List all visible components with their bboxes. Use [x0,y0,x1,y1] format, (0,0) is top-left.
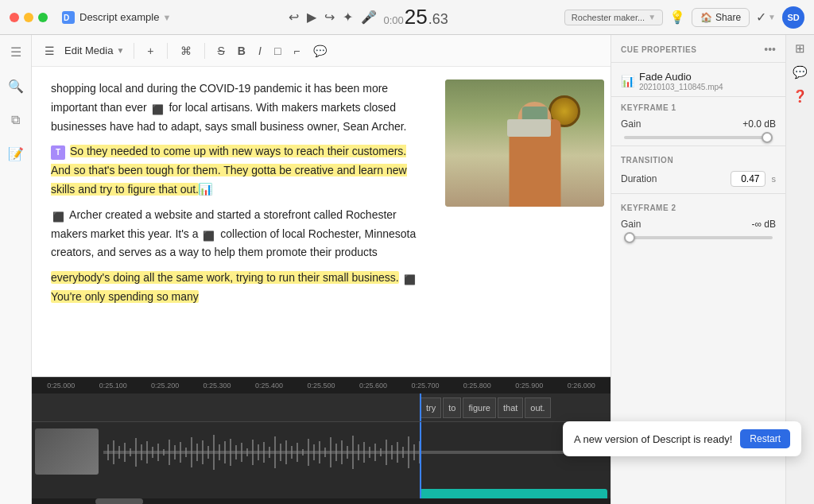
timeline-scrollbar[interactable] [32,498,610,504]
duration-unit: s [772,174,777,184]
script-icon[interactable]: 📝 [5,143,27,165]
menu-button[interactable]: ☰ [41,43,58,59]
svg-rect-21 [207,446,209,459]
search-icon[interactable]: 🔍 [5,76,27,97]
ruler-tick: 0:25.200 [139,382,191,390]
gain1-slider-thumb[interactable] [762,132,773,143]
fullscreen-button[interactable] [38,13,48,22]
tool-wand[interactable]: ⌘ [177,43,195,59]
cue-name: Fade Audio [639,71,776,83]
ruler-tick: 0:25.500 [295,382,347,390]
close-button[interactable] [10,13,19,22]
editor-area: ☰ Edit Media ▼ + ⌘ S B I □ ⌐ 💬 shopping … [32,35,610,504]
share-button[interactable]: 🏠 Share [692,8,750,27]
divider1 [611,145,785,146]
time-prefix: 0:00 [383,14,403,26]
svg-rect-24 [224,441,226,463]
italic-button[interactable]: I [255,43,265,59]
timeline-words: try to figure that out. [32,394,610,422]
effects-button[interactable]: ✦ [341,8,355,26]
gain2-label: Gain [621,219,731,230]
question-button[interactable]: ❓ [793,89,808,103]
left-sidebar: ☰ 🔍 ⧉ 📝 [0,35,32,504]
mic-button[interactable]: 🎤 [359,8,378,26]
paragraph-2: T So they needed to come up with new way… [51,142,426,199]
hamburger-icon[interactable]: ☰ [7,41,25,63]
ruler-tick: 0:25.000 [35,382,87,390]
svg-rect-47 [352,436,354,469]
svg-rect-45 [341,440,343,464]
keyframe2-label: KEYFRAME 2 [611,197,785,215]
svg-rect-44 [335,444,337,461]
svg-rect-16 [180,442,181,463]
add-button[interactable]: + [144,43,157,59]
svg-rect-36 [291,446,293,459]
ruler-tick: 0:26.000 [556,382,607,390]
link-button[interactable]: ⌐ [290,43,303,59]
panel-icons: ••• [764,43,776,56]
svg-rect-20 [202,440,204,464]
duration-input[interactable] [731,171,766,187]
comments-button[interactable]: 💬 [793,65,808,79]
ideas-button[interactable]: 💡 [669,10,685,25]
bold-button[interactable]: B [235,43,249,59]
undo-button[interactable]: ↩ [287,8,300,26]
ruler-tick: 0:25.900 [503,382,555,390]
check-button[interactable]: ✓ ▼ [756,10,776,25]
restart-button[interactable]: Restart [740,429,790,448]
svg-rect-8 [135,438,137,467]
word-chip-that: that [498,397,523,418]
svg-rect-15 [174,445,176,459]
edit-media-label: Edit Media [64,45,113,56]
toast-message: A new version of Descript is ready! [574,433,732,445]
word-chip-try: try [421,397,441,418]
box-button[interactable]: □ [271,43,284,59]
gain2-slider[interactable] [624,236,773,239]
cue-header: 📊 Fade Audio 20210103_110845.mp4 [611,63,785,97]
panel-header: CUE PROPERTIES ••• [611,35,785,63]
svg-rect-25 [230,439,231,466]
svg-rect-50 [369,447,370,458]
svg-rect-55 [397,442,398,463]
toast-notification: A new version of Descript is ready! Rest… [563,421,801,456]
svg-rect-41 [319,441,320,463]
svg-rect-54 [391,445,393,459]
layers-icon[interactable]: ⧉ [8,110,23,130]
play-button[interactable]: ▶ [305,8,318,26]
avatar: SD [782,6,804,29]
duration-row: Duration s [611,168,785,190]
timeline-ruler: 0:25.000 0:25.100 0:25.200 0:25.300 0:25… [32,378,610,394]
ruler-tick: 0:25.400 [243,382,295,390]
inline-icon-3: ⬛ [52,209,65,222]
gain2-slider-thumb[interactable] [624,232,635,243]
scrollbar-thumb[interactable] [95,498,143,504]
gain1-slider[interactable] [624,136,773,139]
svg-rect-3 [107,444,109,460]
svg-rect-28 [246,448,248,456]
paragraph-3: ⬛ Archer created a website and started a… [51,206,426,262]
panel-more-button[interactable]: ••• [764,43,776,56]
svg-rect-51 [374,444,376,461]
cursor-T-icon: T [51,145,65,160]
strikethrough-button[interactable]: S [215,43,228,59]
video-preview [445,79,604,207]
redo-button[interactable]: ↪ [323,8,336,26]
minimize-button[interactable] [24,13,33,22]
comment-button[interactable]: 💬 [310,43,330,59]
time-main: 25 [405,5,428,29]
svg-rect-42 [324,448,326,457]
filename-badge[interactable]: Rochester maker... ▼ [564,10,663,25]
duration-label: Duration [621,173,724,184]
svg-rect-37 [297,443,298,462]
video-thumbnail [445,79,604,207]
home-icon: 🏠 [700,12,712,23]
gain1-value: +0.0 dB [738,118,776,130]
svg-rect-29 [252,440,254,465]
text-editor[interactable]: shopping local and during the COVID-19 p… [32,67,445,377]
gain1-slider-row [611,133,785,142]
edit-media-button[interactable]: Edit Media ▼ [64,45,124,56]
properties-tab-button[interactable]: ⊞ [795,41,805,56]
svg-rect-27 [241,443,242,462]
svg-rect-57 [408,436,409,468]
audio-icon: 📊 [621,75,634,87]
